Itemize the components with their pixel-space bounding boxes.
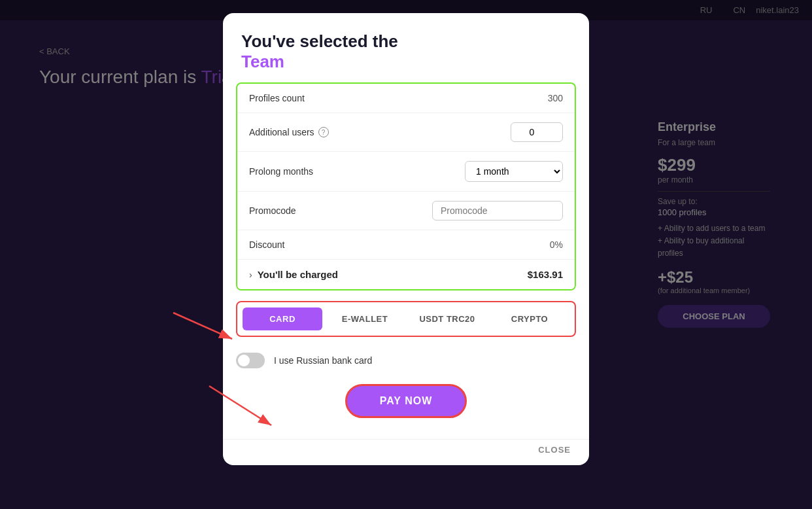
tab-card[interactable]: CARD	[243, 307, 322, 330]
promocode-row: Promocode	[237, 192, 575, 230]
prolong-months-select[interactable]: 1 month 3 months 6 months 12 months	[465, 161, 563, 182]
discount-row: Discount 0%	[237, 230, 575, 260]
modal-body: Profiles count 300 Additional users ? Pr…	[223, 82, 589, 439]
pay-section: PAY NOW	[223, 379, 589, 429]
russian-bank-toggle[interactable]	[236, 353, 265, 368]
plan-config-section: Profiles count 300 Additional users ? Pr…	[236, 82, 576, 290]
modal-header: You've selected the Team	[223, 13, 589, 82]
payment-tabs-section: CARD E-WALLET USDT TRC20 CRYPTO	[236, 301, 576, 337]
discount-value: 0%	[550, 239, 563, 250]
prolong-months-label: Prolong months	[249, 166, 313, 177]
modal-plan-name: Team	[241, 52, 571, 72]
russian-bank-label: I use Russian bank card	[274, 355, 372, 366]
modal-footer: CLOSE	[223, 439, 589, 465]
modal-overlay: You've selected the Team Profiles count …	[0, 0, 812, 509]
profiles-count-row: Profiles count 300	[237, 84, 575, 113]
tab-ewallet[interactable]: E-WALLET	[325, 307, 405, 330]
additional-users-help-icon[interactable]: ?	[318, 127, 329, 137]
pay-now-button[interactable]: PAY NOW	[345, 384, 467, 418]
charged-chevron-icon[interactable]: ›	[249, 270, 252, 280]
tab-usdt[interactable]: USDT TRC20	[407, 307, 487, 330]
additional-users-row: Additional users ?	[237, 113, 575, 152]
tab-crypto[interactable]: CRYPTO	[490, 307, 569, 330]
prolong-months-row: Prolong months 1 month 3 months 6 months…	[237, 152, 575, 192]
modal-title: You've selected the	[241, 31, 571, 52]
charged-row: › You'll be charged $163.91	[237, 260, 575, 289]
promocode-input[interactable]	[432, 201, 563, 220]
profiles-count-label: Profiles count	[249, 93, 305, 103]
discount-label: Discount	[249, 239, 284, 250]
russian-bank-row: I use Russian bank card	[223, 347, 589, 379]
payment-tabs: CARD E-WALLET USDT TRC20 CRYPTO	[243, 307, 569, 330]
profiles-count-value: 300	[548, 93, 563, 103]
additional-users-input[interactable]	[511, 122, 563, 142]
charged-amount: $163.91	[528, 269, 563, 280]
modal-dialog: You've selected the Team Profiles count …	[223, 13, 589, 465]
promocode-label: Promocode	[249, 205, 296, 216]
charged-label: You'll be charged	[258, 269, 338, 280]
additional-users-label: Additional users ?	[249, 127, 329, 137]
close-button[interactable]: CLOSE	[538, 445, 571, 455]
